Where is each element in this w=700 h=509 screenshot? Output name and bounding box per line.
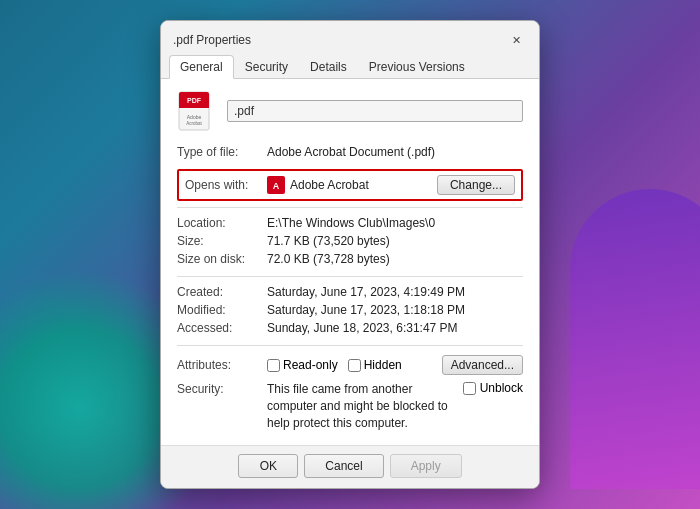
app-name-text: Adobe Acrobat	[290, 178, 369, 192]
dialog-title: .pdf Properties	[173, 33, 251, 47]
size-row: Size: 71.7 KB (73,520 bytes)	[177, 232, 523, 250]
created-value: Saturday, June 17, 2023, 4:19:49 PM	[267, 283, 523, 301]
security-row: Security: This file came from another co…	[177, 378, 523, 434]
properties-dialog: .pdf Properties ✕ General Security Detai…	[160, 20, 540, 488]
attributes-row: Attributes: Read-only Hidden Advanced...	[177, 352, 523, 378]
hidden-label: Hidden	[364, 358, 402, 372]
ok-button[interactable]: OK	[238, 454, 298, 478]
readonly-checkbox-label[interactable]: Read-only	[267, 358, 338, 372]
filename-box: .pdf	[227, 100, 523, 122]
security-text: This file came from another computer and…	[267, 381, 455, 431]
title-bar: .pdf Properties ✕	[161, 21, 539, 51]
location-row: Location: E:\The Windows Club\Images\0	[177, 214, 523, 232]
security-label: Security:	[177, 381, 267, 396]
svg-text:PDF: PDF	[187, 97, 202, 104]
opens-with-row: Opens with: A Adobe Acrobat Change...	[177, 169, 523, 201]
svg-text:A: A	[273, 181, 280, 191]
file-info-table: Type of file: Adobe Acrobat Document (.p…	[177, 143, 523, 161]
modified-label: Modified:	[177, 301, 267, 319]
type-value: Adobe Acrobat Document (.pdf)	[267, 143, 523, 161]
attributes-label: Attributes:	[177, 358, 267, 372]
hidden-checkbox[interactable]	[348, 359, 361, 372]
tab-details[interactable]: Details	[299, 55, 358, 78]
size-value: 71.7 KB (73,520 bytes)	[267, 232, 523, 250]
unblock-area: Unblock	[463, 381, 523, 395]
opens-with-app: A Adobe Acrobat	[267, 176, 437, 194]
hidden-checkbox-label[interactable]: Hidden	[348, 358, 402, 372]
tab-previous-versions[interactable]: Previous Versions	[358, 55, 476, 78]
divider-3	[177, 345, 523, 346]
created-label: Created:	[177, 283, 267, 301]
type-label: Type of file:	[177, 143, 267, 161]
size-disk-value: 72.0 KB (73,728 bytes)	[267, 250, 523, 268]
readonly-checkbox[interactable]	[267, 359, 280, 372]
modified-row: Modified: Saturday, June 17, 2023, 1:18:…	[177, 301, 523, 319]
divider-2	[177, 276, 523, 277]
created-row: Created: Saturday, June 17, 2023, 4:19:4…	[177, 283, 523, 301]
dialog-footer: OK Cancel Apply	[161, 445, 539, 488]
pdf-file-icon: PDF Adobe Acrobat	[177, 91, 217, 131]
location-value: E:\The Windows Club\Images\0	[267, 214, 523, 232]
advanced-button[interactable]: Advanced...	[442, 355, 523, 375]
cancel-button[interactable]: Cancel	[304, 454, 383, 478]
opens-with-label: Opens with:	[185, 178, 267, 192]
dialog-content: PDF Adobe Acrobat .pdf Type of file: Ado…	[161, 79, 539, 444]
type-row: Type of file: Adobe Acrobat Document (.p…	[177, 143, 523, 161]
size-disk-label: Size on disk:	[177, 250, 267, 268]
unblock-checkbox[interactable]	[463, 382, 476, 395]
adobe-acrobat-icon: A	[267, 176, 285, 194]
tab-bar: General Security Details Previous Versio…	[161, 51, 539, 79]
accessed-row: Accessed: Sunday, June 18, 2023, 6:31:47…	[177, 319, 523, 337]
tab-security[interactable]: Security	[234, 55, 299, 78]
filename-text: .pdf	[234, 104, 254, 118]
readonly-label: Read-only	[283, 358, 338, 372]
svg-text:Adobe: Adobe	[187, 114, 202, 120]
dates-table: Created: Saturday, June 17, 2023, 4:19:4…	[177, 283, 523, 337]
close-button[interactable]: ✕	[505, 29, 527, 51]
location-label: Location:	[177, 214, 267, 232]
accessed-label: Accessed:	[177, 319, 267, 337]
svg-rect-2	[179, 104, 209, 108]
divider-1	[177, 207, 523, 208]
location-table: Location: E:\The Windows Club\Images\0 S…	[177, 214, 523, 268]
attributes-controls: Read-only Hidden Advanced...	[267, 355, 523, 375]
size-disk-row: Size on disk: 72.0 KB (73,728 bytes)	[177, 250, 523, 268]
svg-text:Acrobat: Acrobat	[186, 121, 202, 126]
file-header: PDF Adobe Acrobat .pdf	[177, 91, 523, 131]
size-label: Size:	[177, 232, 267, 250]
modified-value: Saturday, June 17, 2023, 1:18:18 PM	[267, 301, 523, 319]
change-button[interactable]: Change...	[437, 175, 515, 195]
unblock-label: Unblock	[480, 381, 523, 395]
title-controls: ✕	[505, 29, 527, 51]
apply-button[interactable]: Apply	[390, 454, 462, 478]
accessed-value: Sunday, June 18, 2023, 6:31:47 PM	[267, 319, 523, 337]
tab-general[interactable]: General	[169, 55, 234, 79]
